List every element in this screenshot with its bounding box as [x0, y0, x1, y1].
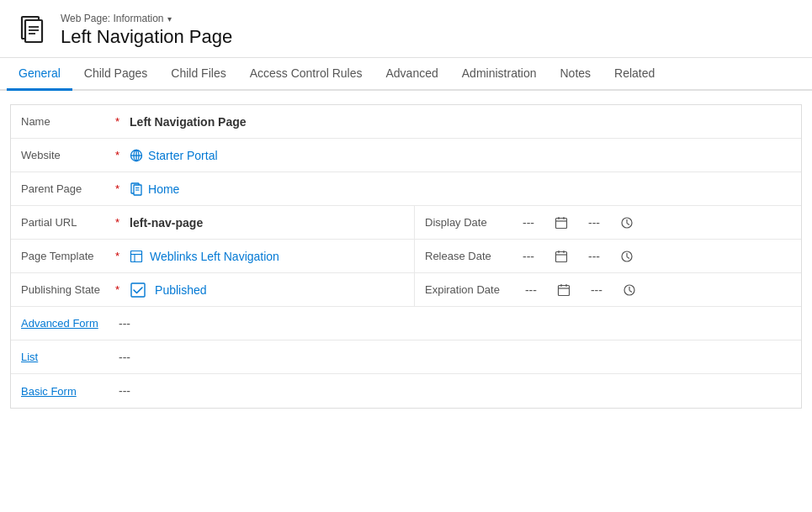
- tab-child-files[interactable]: Child Files: [159, 58, 237, 91]
- expiration-date-dash1: ---: [510, 277, 552, 304]
- display-date-right: Display Date --- ---: [415, 206, 801, 239]
- expiration-date-time-icon[interactable]: [618, 277, 641, 304]
- page-header: Web Page: Information ▾ Left Navigation …: [0, 0, 812, 58]
- publishing-state-link[interactable]: Published: [130, 282, 407, 298]
- name-label: Name: [11, 108, 112, 135]
- tab-content: Name * Left Navigation Page Website * St…: [0, 104, 812, 409]
- parent-page-required: *: [115, 182, 119, 195]
- tab-general[interactable]: General: [7, 58, 72, 91]
- svg-line-29: [627, 256, 629, 258]
- partial-url-row: Partial URL * left-nav-page Display Date…: [11, 206, 801, 240]
- published-icon: [130, 282, 146, 298]
- website-row: Website * Starter Portal: [11, 139, 801, 172]
- website-required: *: [115, 149, 119, 161]
- basic-form-value: ---: [112, 377, 801, 404]
- svg-rect-20: [131, 251, 142, 261]
- display-date-time-icon[interactable]: [615, 209, 639, 236]
- list-link[interactable]: List: [21, 351, 38, 363]
- release-date-time-icon[interactable]: [615, 243, 639, 270]
- template-icon: [130, 250, 143, 263]
- advanced-form-value: ---: [112, 310, 801, 337]
- page-template-value: Weblinks Left Navigation: [123, 243, 414, 270]
- partial-url-required: *: [115, 216, 119, 229]
- page-icon: [13, 12, 50, 49]
- basic-form-label: Basic Form: [11, 378, 112, 404]
- breadcrumb[interactable]: Web Page: Information ▾: [61, 13, 232, 24]
- display-date-dash1: ---: [507, 209, 549, 236]
- list-value: ---: [112, 344, 801, 371]
- tab-administration[interactable]: Administration: [450, 58, 549, 91]
- parent-page-label: Parent Page: [11, 176, 112, 202]
- publishing-state-link-text: Published: [155, 283, 207, 297]
- tab-child-pages[interactable]: Child Pages: [72, 58, 160, 91]
- tab-advanced[interactable]: Advanced: [374, 58, 450, 91]
- parent-page-link[interactable]: Home: [130, 182, 794, 196]
- svg-line-19: [627, 223, 629, 224]
- release-date-right: Release Date --- ---: [415, 240, 801, 272]
- header-info: Web Page: Information ▾ Left Navigation …: [61, 13, 232, 48]
- name-value: Left Navigation Page: [123, 108, 801, 135]
- svg-line-37: [629, 290, 632, 292]
- basic-form-link[interactable]: Basic Form: [21, 385, 77, 398]
- display-date-label: Display Date: [415, 209, 507, 235]
- partial-url-left: Partial URL * left-nav-page: [11, 206, 415, 239]
- parent-page-row: Parent Page * Home: [11, 172, 801, 206]
- release-date-label: Release Date: [415, 243, 507, 269]
- publishing-state-row: Publishing State * Published Expiration …: [11, 273, 801, 307]
- display-date-calendar-icon[interactable]: [549, 209, 573, 236]
- parent-page-value: Home: [123, 176, 801, 203]
- list-label: List: [11, 344, 112, 370]
- svg-rect-23: [556, 251, 567, 261]
- name-row: Name * Left Navigation Page: [11, 105, 801, 139]
- website-label: Website: [11, 142, 112, 168]
- page-title: Left Navigation Page: [61, 26, 232, 48]
- page-doc-icon: [130, 182, 143, 196]
- tab-bar: General Child Pages Child Files Access C…: [0, 58, 812, 91]
- page-template-label: Page Template: [11, 243, 112, 269]
- expiration-date-label: Expiration Date: [415, 277, 510, 303]
- website-link[interactable]: Starter Portal: [130, 149, 794, 162]
- basic-form-row: Basic Form ---: [11, 374, 801, 408]
- publishing-state-label: Publishing State: [11, 277, 112, 303]
- expiration-date-right: Expiration Date --- ---: [415, 273, 801, 306]
- tab-notes[interactable]: Notes: [548, 58, 602, 91]
- publishing-state-required: *: [115, 283, 119, 296]
- form-grid: Name * Left Navigation Page Website * St…: [10, 104, 802, 409]
- globe-icon: [130, 149, 143, 162]
- page-template-link[interactable]: Weblinks Left Navigation: [130, 250, 407, 263]
- parent-page-link-text: Home: [148, 182, 179, 196]
- tab-access-control-rules[interactable]: Access Control Rules: [238, 58, 374, 91]
- page-template-link-text: Weblinks Left Navigation: [150, 250, 279, 263]
- tab-related[interactable]: Related: [602, 58, 666, 91]
- advanced-form-label: Advanced Form: [11, 310, 112, 336]
- expiration-date-dash2: ---: [576, 277, 618, 304]
- name-required: *: [115, 115, 119, 128]
- page-template-required: *: [115, 250, 119, 262]
- website-link-text: Starter Portal: [148, 149, 217, 162]
- release-date-calendar-icon[interactable]: [549, 243, 573, 270]
- breadcrumb-text: Web Page: Information: [61, 13, 164, 24]
- publishing-state-value: Published: [123, 275, 414, 305]
- website-value: Starter Portal: [123, 142, 801, 169]
- partial-url-value: left-nav-page: [123, 209, 414, 236]
- page-template-row: Page Template * Weblinks Left Navigation…: [11, 240, 801, 273]
- partial-url-label: Partial URL: [11, 209, 112, 235]
- page-template-left: Page Template * Weblinks Left Navigation: [11, 240, 415, 272]
- display-date-dash2: ---: [573, 209, 615, 236]
- advanced-form-row: Advanced Form ---: [11, 307, 801, 340]
- advanced-form-link[interactable]: Advanced Form: [21, 317, 98, 330]
- release-date-dash2: ---: [573, 243, 615, 270]
- svg-rect-31: [558, 285, 569, 295]
- release-date-dash1: ---: [507, 243, 549, 270]
- publishing-state-left: Publishing State * Published: [11, 273, 415, 306]
- svg-rect-1: [25, 20, 42, 42]
- list-row: List ---: [11, 340, 801, 374]
- breadcrumb-chevron-icon: ▾: [167, 14, 172, 24]
- expiration-date-calendar-icon[interactable]: [552, 277, 576, 304]
- svg-rect-13: [556, 218, 567, 228]
